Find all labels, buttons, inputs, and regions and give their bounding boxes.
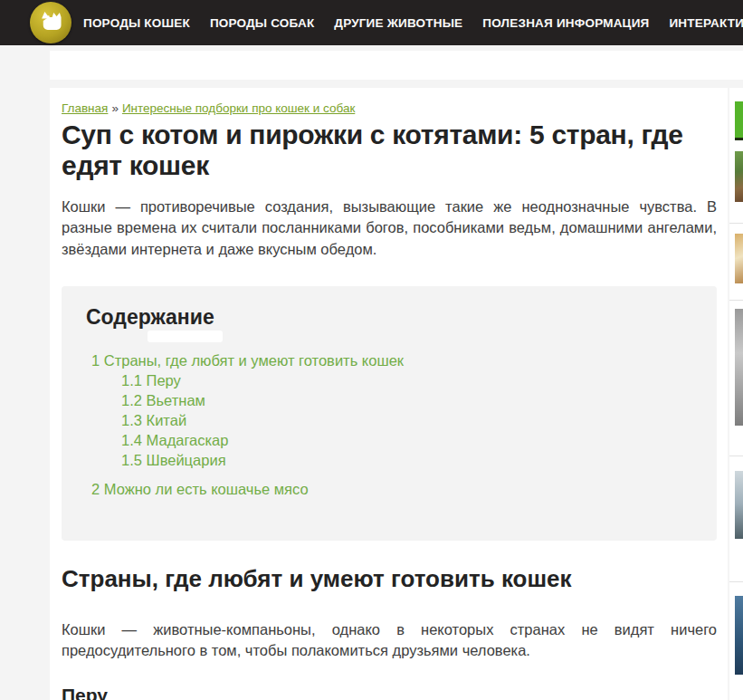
toc-title: Содержание bbox=[86, 305, 695, 330]
menu-item-other-animals[interactable]: ДРУГИЕ ЖИВОТНЫЕ bbox=[334, 16, 462, 30]
sidebar-divider bbox=[729, 223, 743, 224]
cat-dog-logo-icon bbox=[38, 9, 63, 36]
toc-link-madagascar[interactable]: 1.4 Мадагаскар bbox=[86, 430, 695, 450]
sidebar-thumb-dog-photo[interactable] bbox=[735, 151, 743, 202]
sidebar-thumb-water-photo[interactable] bbox=[735, 596, 743, 675]
breadcrumb: Главная»Интересные подборки про кошек и … bbox=[62, 101, 717, 115]
toc-list: 1 Страны, где любят и умеют готовить кош… bbox=[86, 350, 695, 499]
sidebar-divider bbox=[729, 581, 743, 582]
sidebar-divider bbox=[729, 455, 743, 456]
sidebar-green-widget-base bbox=[735, 138, 743, 140]
sidebar-thumb-winter-photo[interactable] bbox=[735, 471, 743, 539]
table-of-contents: Содержание 1 Страны, где любят и умеют г… bbox=[62, 286, 717, 541]
section-paragraph: Кошки — животные-компаньоны, однако в не… bbox=[62, 619, 717, 662]
intro-paragraph: Кошки — противоречивые создания, вызываю… bbox=[62, 197, 717, 261]
breadcrumb-separator: » bbox=[111, 101, 119, 115]
menu-item-useful-info[interactable]: ПОЛЕЗНАЯ ИНФОРМАЦИЯ bbox=[482, 16, 649, 30]
menu-item-dog-breeds[interactable]: ПОРОДЫ СОБАК bbox=[210, 16, 314, 30]
sub-heading-peru: Перу bbox=[62, 685, 717, 700]
section-heading-countries: Страны, где любят и умеют готовить кошек bbox=[62, 565, 717, 593]
breadcrumb-home-link[interactable]: Главная bbox=[62, 101, 108, 115]
main-menu: ПОРОДЫ КОШЕК ПОРОДЫ СОБАК ДРУГИЕ ЖИВОТНЫ… bbox=[83, 0, 743, 45]
right-sidebar bbox=[729, 88, 743, 700]
header-strip bbox=[50, 51, 743, 80]
sidebar-thumb-bw-cat-photo[interactable] bbox=[735, 309, 743, 426]
page-title: Суп с котом и пирожки с котятами: 5 стра… bbox=[62, 120, 700, 181]
toc-link-switzerland[interactable]: 1.5 Швейцария bbox=[86, 450, 695, 470]
toc-toggle-button[interactable] bbox=[148, 331, 223, 342]
sidebar-divider bbox=[729, 300, 743, 301]
sidebar-green-widget[interactable] bbox=[735, 101, 743, 138]
top-navbar: ПОРОДЫ КОШЕК ПОРОДЫ СОБАК ДРУГИЕ ЖИВОТНЫ… bbox=[0, 0, 743, 45]
sidebar-thumb-food-photo[interactable] bbox=[735, 234, 743, 283]
site-logo[interactable] bbox=[30, 2, 71, 43]
toc-link-peru[interactable]: 1.1 Перу bbox=[86, 370, 695, 390]
menu-item-cat-breeds[interactable]: ПОРОДЫ КОШЕК bbox=[83, 16, 190, 30]
toc-link-countries[interactable]: 1 Страны, где любят и умеют готовить кош… bbox=[86, 350, 695, 370]
breadcrumb-category-link[interactable]: Интересные подборки про кошек и собак bbox=[122, 101, 355, 115]
toc-link-vietnam[interactable]: 1.2 Вьетнам bbox=[86, 390, 695, 410]
toc-link-can-eat[interactable]: 2 Можно ли есть кошачье мясо bbox=[86, 479, 695, 499]
menu-item-interactive[interactable]: ИНТЕРАКТИВ bbox=[669, 16, 743, 30]
toc-link-china[interactable]: 1.3 Китай bbox=[86, 410, 695, 430]
article-card: Главная»Интересные подборки про кошек и … bbox=[50, 88, 728, 700]
